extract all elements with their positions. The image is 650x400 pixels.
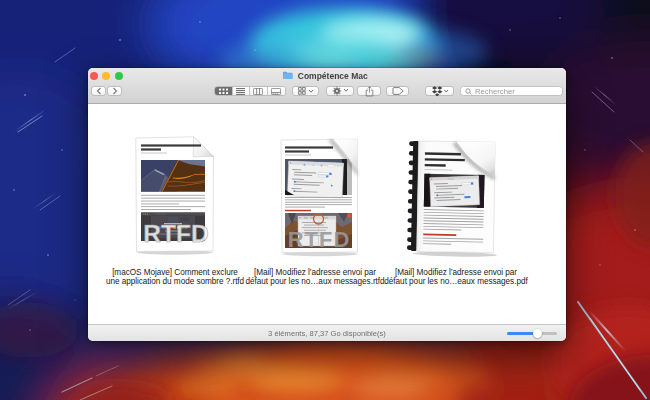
svg-text:RTFD: RTFD xyxy=(143,220,208,247)
svg-text:RTFD: RTFD xyxy=(288,226,351,251)
